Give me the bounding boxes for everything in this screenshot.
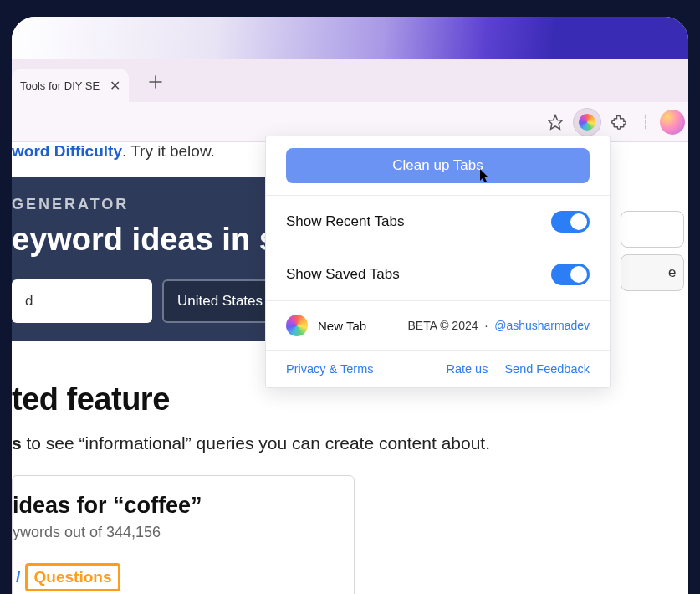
window-top-gradient bbox=[12, 17, 688, 59]
popup-brand-row: New Tab BETA © 2024 · @ashusharmadev bbox=[266, 300, 610, 350]
extension-popup: Clean up Tabs Show Recent Tabs Show Save… bbox=[265, 136, 611, 388]
brand-icon bbox=[286, 315, 308, 336]
profile-avatar[interactable] bbox=[658, 108, 687, 136]
tab-questions[interactable]: Questions bbox=[25, 563, 121, 591]
generator-label: GENERATOR bbox=[12, 196, 278, 213]
rate-link[interactable]: Rate us bbox=[446, 362, 488, 376]
toolbar-separator: ┆ bbox=[636, 108, 655, 136]
extensions-icon[interactable] bbox=[605, 108, 633, 136]
author-link[interactable]: @ashusharmadev bbox=[494, 319, 590, 332]
ghost-button-blank[interactable] bbox=[621, 211, 684, 248]
ghost-button-label: e bbox=[668, 264, 676, 281]
toggle-show-saved[interactable] bbox=[551, 264, 590, 285]
svg-marker-0 bbox=[549, 115, 563, 129]
privacy-link[interactable]: Privacy & Terms bbox=[286, 362, 373, 376]
close-icon[interactable]: ✕ bbox=[110, 78, 120, 94]
popup-footer: Privacy & Terms Rate us Send Feedback bbox=[266, 350, 610, 387]
country-select[interactable]: United States bbox=[162, 279, 278, 323]
show-saved-label: Show Saved Tabs bbox=[286, 266, 400, 283]
tab-strip: Tools for DIY SE ✕ bbox=[12, 59, 688, 102]
hero-panel: GENERATOR eyword ideas in se United Stat… bbox=[12, 177, 278, 341]
show-recent-label: Show Recent Tabs bbox=[286, 213, 404, 230]
ideas-card-tabs: / Questions bbox=[13, 541, 342, 591]
row-show-saved: Show Saved Tabs bbox=[266, 248, 610, 300]
feedback-link[interactable]: Send Feedback bbox=[504, 362, 590, 376]
browser-tab[interactable]: Tools for DIY SE ✕ bbox=[12, 69, 129, 102]
feature-heading: ted feature bbox=[12, 381, 170, 417]
clean-up-tabs-button[interactable]: Clean up Tabs bbox=[286, 148, 590, 183]
keyword-link-fragment[interactable]: word Difficulty bbox=[12, 142, 122, 160]
new-tab-button[interactable] bbox=[144, 70, 167, 94]
ideas-card-title: ideas for “coffee” bbox=[13, 493, 342, 519]
feature-body-bold: s bbox=[12, 433, 22, 453]
tab-fragment-prefix: / bbox=[16, 568, 25, 586]
brand-name: New Tab bbox=[318, 319, 366, 333]
ideas-card-subtitle: ywords out of 344,156 bbox=[13, 524, 342, 541]
intro-line: word Difficulty. Try it below. bbox=[12, 142, 215, 161]
feature-body: s to see “informational” queries you can… bbox=[12, 433, 490, 453]
feature-body-rest: to see “informational” queries you can c… bbox=[22, 433, 490, 453]
keyword-input[interactable] bbox=[12, 279, 152, 323]
country-select-value: United States bbox=[177, 293, 263, 310]
extension-icon bbox=[579, 114, 595, 131]
right-button-stack: e bbox=[621, 211, 684, 291]
brand-meta: BETA © 2024 · @ashusharmadev bbox=[408, 319, 590, 332]
extension-badge[interactable] bbox=[573, 108, 601, 136]
star-icon[interactable] bbox=[541, 108, 570, 136]
toggle-show-recent[interactable] bbox=[551, 211, 590, 233]
ghost-button-e[interactable]: e bbox=[621, 254, 684, 291]
hero-headline: eyword ideas in se bbox=[12, 222, 278, 258]
ideas-card: ideas for “coffee” ywords out of 344,156… bbox=[12, 475, 355, 594]
row-show-recent: Show Recent Tabs bbox=[266, 195, 610, 248]
intro-line-rest: . Try it below. bbox=[122, 142, 215, 160]
tab-title: Tools for DIY SE bbox=[20, 79, 100, 92]
